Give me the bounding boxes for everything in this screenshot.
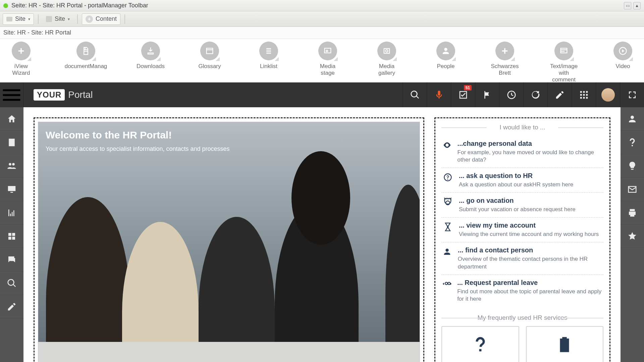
tiles-icon (7, 231, 17, 241)
flag-button[interactable] (475, 82, 499, 107)
wish-icon (442, 222, 453, 238)
clock-button[interactable] (499, 82, 523, 107)
nav-people[interactable] (0, 154, 23, 178)
nav-building[interactable] (0, 131, 23, 154)
chevron-down-icon: ▾ (28, 17, 30, 21)
wish-desc: Viewing the current time account and my … (459, 231, 599, 238)
palette-icon (259, 42, 278, 60)
nav-apps[interactable] (0, 225, 23, 248)
wish-item-5[interactable]: ... Request parental leaveFind out more … (441, 275, 603, 307)
lightbulb-icon (627, 161, 637, 171)
portal-logo[interactable]: YOUR Portal (34, 89, 93, 101)
palette-item-6[interactable]: Media gallery (372, 42, 401, 76)
wish-icon (442, 246, 452, 270)
avatar (601, 88, 615, 102)
breadcrumb-text: Site: HR - Site: HR Portal (3, 29, 71, 36)
palette-item-0[interactable]: iView Wizard (7, 42, 36, 76)
nav-analytics[interactable] (0, 201, 23, 225)
palette-item-4[interactable]: Linklist (254, 42, 283, 70)
palette-icon (12, 42, 31, 60)
window-minimize-button[interactable]: ▭ (624, 2, 631, 9)
wish-item-4[interactable]: ... find a contact personOverview of the… (441, 242, 603, 275)
palette-item-2[interactable]: Downloads (136, 42, 165, 70)
palette-item-8[interactable]: Schwarzes Brett (490, 42, 519, 76)
palette-item-7[interactable]: People (431, 42, 460, 70)
rnav-idea[interactable] (621, 154, 644, 178)
search-button[interactable] (402, 82, 427, 107)
clock-icon (506, 90, 517, 100)
wish-icon (442, 197, 453, 213)
palette-icon (554, 42, 573, 60)
wish-desc: Ask a question about our askHR system he… (459, 181, 573, 188)
search-icon (410, 90, 420, 100)
portal-header: YOUR Portal 51 (0, 82, 644, 107)
wish-item-0[interactable]: ...change personal dataFor example, you … (441, 136, 603, 168)
palette-icon (436, 42, 455, 60)
rnav-print[interactable] (621, 201, 644, 225)
profile-button[interactable] (596, 82, 620, 107)
wish-icon (442, 140, 452, 164)
wish-desc: Overview of the thematic contact persons… (458, 255, 603, 270)
nav-search[interactable] (0, 272, 23, 295)
edit-button[interactable] (547, 82, 572, 107)
voice-button[interactable] (427, 82, 451, 107)
chat-icon (7, 255, 17, 265)
wish-desc: Submit your vacation or absence request … (459, 206, 576, 213)
wish-panel[interactable]: I would like to ... ...change personal d… (434, 117, 610, 362)
wish-item-3[interactable]: ... view my time accountViewing the curr… (441, 218, 603, 242)
editor-toolbar: Site ▾ Site ▾ + Content (0, 11, 644, 27)
hero-region[interactable]: Welcome to the HR Portal! Your central a… (34, 117, 424, 362)
hamburger-button[interactable] (0, 82, 23, 107)
tasks-button[interactable]: 51 (451, 82, 475, 107)
hero-image: Welcome to the HR Portal! Your central a… (38, 122, 420, 362)
window-titlebar: Seite: HR - Site: HR Portal - portalMana… (0, 0, 644, 11)
nav-desktop[interactable] (0, 178, 23, 201)
hero-subtitle: Your central access to specialist inform… (46, 145, 230, 153)
rnav-user[interactable] (621, 107, 644, 131)
palette-label: Linklist (260, 63, 277, 70)
monitor-icon (7, 184, 17, 194)
user-icon (627, 114, 637, 124)
palette-item-1[interactable]: documentManag (66, 42, 106, 70)
wish-icon (442, 172, 453, 188)
question-icon (627, 137, 637, 147)
palette-icon (318, 42, 337, 60)
palette-icon (613, 42, 632, 60)
freq-tile-checklist[interactable] (526, 326, 604, 362)
home-icon (7, 114, 17, 124)
toolbar-divider (77, 14, 78, 24)
palette-icon (377, 42, 396, 60)
rnav-mail[interactable] (621, 178, 644, 201)
fullscreen-button[interactable] (620, 82, 644, 107)
hamburger-icon (0, 83, 23, 107)
rnav-help[interactable] (621, 131, 644, 154)
wish-item-1[interactable]: ... ask a question to HRAsk a question a… (441, 168, 603, 193)
freq-tile-help[interactable] (441, 326, 519, 362)
site-dropdown-2[interactable]: Site ▾ (43, 13, 73, 25)
history-button[interactable] (523, 82, 547, 107)
question-icon (471, 336, 489, 354)
window-maximize-button[interactable]: ▲ (633, 2, 641, 9)
nav-chat[interactable] (0, 248, 23, 272)
site-dropdown-1[interactable]: Site ▾ (3, 13, 34, 25)
palette-icon (141, 42, 160, 60)
right-nav-rail (621, 107, 644, 362)
palette-item-10[interactable]: Video (608, 42, 637, 70)
wish-title: ...change personal data (458, 140, 603, 147)
wish-item-2[interactable]: ... go on vacationSubmit your vacation o… (441, 193, 603, 218)
microphone-icon (434, 90, 444, 100)
palette-label: documentManag (65, 63, 107, 70)
palette-label: Video (615, 63, 630, 70)
nav-edit[interactable] (0, 295, 23, 318)
logo-bold: YOUR (34, 89, 65, 101)
content-button[interactable]: + Content (82, 13, 120, 25)
rnav-star[interactable] (621, 225, 644, 248)
palette-label: Media stage (313, 63, 342, 76)
palette-item-5[interactable]: Media stage (313, 42, 342, 76)
meeting-photo (38, 122, 420, 362)
nav-home[interactable] (0, 107, 23, 131)
clipboard-icon (555, 336, 574, 354)
pencil-icon (7, 302, 17, 312)
palette-item-3[interactable]: Glossary (195, 42, 224, 70)
grid-button[interactable] (572, 82, 596, 107)
